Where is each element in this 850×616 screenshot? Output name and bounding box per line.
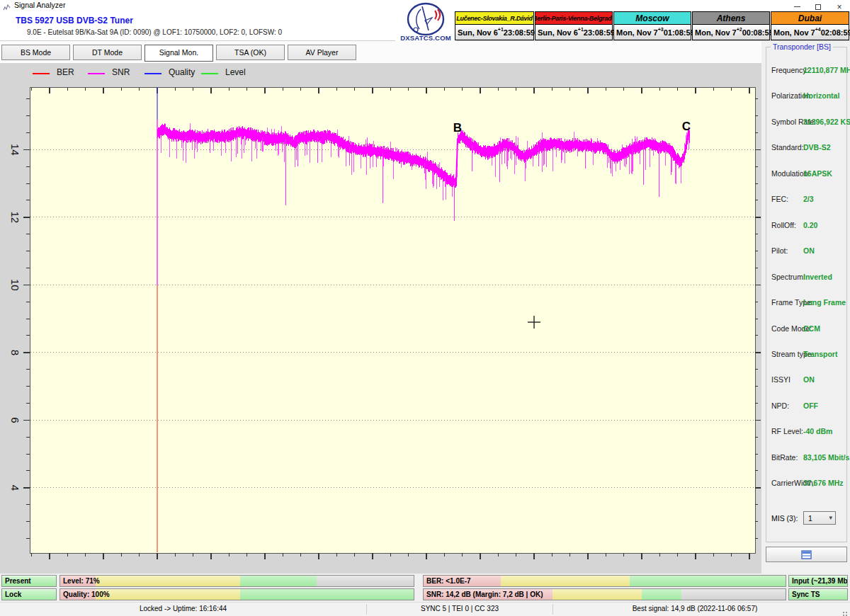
field-label: ISSYI — [771, 375, 790, 384]
field-value: 83,105 Mbit/s — [803, 453, 849, 462]
clock-city-label: Moscow — [614, 12, 691, 25]
status-bar: Locked -> Uptime: 16:16:44 SYNC 5 | TEI … — [0, 602, 850, 616]
level-progress-bar: Level: 71% — [60, 575, 414, 587]
bar-segment-gray — [317, 576, 414, 586]
field-value: 12110,877 MHz — [803, 66, 850, 74]
field-label: FEC: — [771, 195, 788, 203]
close-button[interactable]: × — [829, 0, 850, 11]
bar-segment-yellow — [552, 589, 641, 600]
clock-city-label: Dubai — [771, 12, 849, 25]
groupbox-title: Transponder [BS] — [771, 42, 833, 51]
field-value: ON — [803, 375, 815, 384]
clock-date: Sun, Nov 6 — [458, 28, 498, 37]
present-indicator: Present — [1, 575, 57, 587]
clock-date: Mon, Nov 7 — [616, 28, 658, 37]
field-value: 16APSK — [803, 169, 832, 178]
field-row: FEC:2/3 — [766, 195, 846, 205]
sync-status: SYNC 5 | TEI 0 | CC 323 — [367, 605, 552, 612]
field-value: Transport — [803, 350, 837, 358]
ber-progress-bar: BER: <1.0E-7 — [423, 575, 786, 587]
bar-segment-green — [642, 589, 682, 600]
mis-select[interactable]: 1 ▾ — [803, 511, 836, 525]
dxsatcs-logo: DXSATCS.COM — [395, 1, 456, 42]
stream-panel-button[interactable] — [766, 547, 847, 562]
clock-2: Berlin-Paris-Vienna-BelgradeSun, Nov 6+1… — [535, 11, 613, 40]
clock-time-row: Mon, Nov 7+200:08:59 — [693, 25, 769, 40]
clock-date: Mon, Nov 7 — [774, 28, 815, 37]
resize-grip[interactable] — [846, 612, 847, 613]
utc-offset: +2 — [737, 27, 742, 32]
field-value: ON — [803, 246, 815, 255]
field-row: BitRate:83,105 Mbit/s — [766, 453, 846, 463]
field-row: NPD:OFF — [766, 401, 846, 411]
clock-5: DubaiMon, Nov 7+402:08:59 — [771, 11, 849, 40]
snr-history-plot[interactable]: 141210864BC — [0, 63, 761, 574]
bar-segment-yellow — [96, 589, 241, 600]
field-row: Modulation:16APSK — [766, 169, 846, 179]
maximize-button[interactable] — [808, 0, 829, 11]
clock-1: Lučenec-Slovakia_R.DávidSun, Nov 6+123:0… — [455, 11, 534, 40]
minimize-button[interactable] — [786, 0, 808, 11]
bar-segment-green — [240, 589, 414, 600]
lock-indicator: Lock — [1, 588, 57, 600]
list-panel-icon — [801, 550, 812, 559]
utc-offset: +1 — [498, 27, 504, 32]
field-row: RollOff:0.20 — [766, 221, 846, 231]
field-value: 2/3 — [803, 195, 814, 203]
tab-bs-mode[interactable]: BS Mode — [1, 45, 70, 60]
field-row: Pilot:ON — [766, 246, 846, 256]
ber-bar-label: BER: <1.0E-7 — [426, 577, 471, 585]
clock-4: AthensMon, Nov 7+200:08:59 — [692, 11, 770, 40]
field-row: Frame Type:Long Frame — [766, 298, 846, 308]
utc-offset: +4 — [815, 27, 821, 32]
clock-city-label: Berlin-Paris-Vienna-Belgrade — [536, 12, 612, 25]
y-axis-label: 12 — [9, 211, 21, 223]
field-label: RF Level: — [771, 427, 803, 435]
marker-C: C — [682, 120, 691, 133]
field-row: Spectrum:Inverted — [766, 273, 846, 283]
device-title: TBS 5927 USB DVB-S2 Tuner — [16, 16, 133, 25]
clock-time-row: Mon, Nov 7+402:08:59 — [771, 25, 849, 40]
tab-tsa-ok-[interactable]: TSA (OK) — [216, 45, 285, 60]
level-bar-label: Level: 71% — [63, 577, 100, 585]
quality-bar-label: Quality: 100% — [63, 591, 110, 598]
field-label: BitRate: — [771, 453, 798, 462]
field-row: CarrierWidth:37,676 MHz — [766, 479, 846, 489]
clock-date: Mon, Nov 7 — [695, 28, 737, 37]
tab-signal-mon-[interactable]: Signal Mon. — [144, 45, 213, 62]
field-value: Long Frame — [803, 298, 846, 307]
y-axis-label: 8 — [9, 350, 21, 355]
utc-offset: +3 — [658, 27, 664, 32]
tab-av-player[interactable]: AV Player — [288, 45, 356, 60]
quality-progress-bar: Quality: 100% — [60, 588, 414, 600]
clock-city-label: Lučenec-Slovakia_R.Dávid — [455, 12, 533, 25]
field-value: 31396,922 KS/s — [803, 118, 850, 126]
y-axis-label: 6 — [9, 417, 21, 423]
bar-segment-yellow — [501, 576, 630, 586]
mis-selected-value: 1 — [808, 514, 812, 523]
utc-offset: +1 — [578, 27, 584, 32]
sync-ts-indicator: Sync TS — [788, 588, 848, 600]
y-axis-label: 10 — [9, 279, 21, 291]
clock-time: 01:08:59 — [664, 28, 695, 37]
tab-dt-mode[interactable]: DT Mode — [73, 45, 142, 60]
bar-segment-green — [630, 576, 786, 586]
transponder-sidebar: Transponder [BS] Frequency:12110,877 MHz… — [761, 41, 850, 574]
field-row: ISSYION — [766, 375, 846, 385]
uptime-status: Locked -> Uptime: 16:16:44 — [0, 605, 366, 612]
field-value: OFF — [803, 401, 818, 410]
clock-3: MoscowMon, Nov 7+301:08:59 — [613, 11, 691, 40]
best-signal-status: Best signal: 14,9 dB (2022-11-06 06:57) — [553, 605, 837, 612]
window-title: Signal Analyzer — [14, 1, 65, 9]
mis-label: MIS (3): — [771, 514, 798, 523]
snr-progress-bar: SNR: 14,2 dB (Margin: 7,2 dB | OK) — [423, 588, 786, 600]
input-rate-indicator: Input (~21,39 Mbps) — [788, 575, 848, 587]
field-row: RF Level:-40 dBm — [766, 427, 846, 437]
field-value: 0.20 — [803, 221, 817, 229]
mis-row: MIS (3): 1 ▾ — [766, 511, 846, 525]
field-value: CCM — [803, 324, 820, 333]
field-label: Spectrum: — [771, 273, 805, 281]
device-subtitle: 9.0E - Eutelsat 9B/Ka-Sat 9A (ID: 0090) … — [27, 28, 282, 36]
field-label: RollOff: — [771, 221, 796, 229]
clock-time: 23:08:59 — [584, 28, 615, 37]
